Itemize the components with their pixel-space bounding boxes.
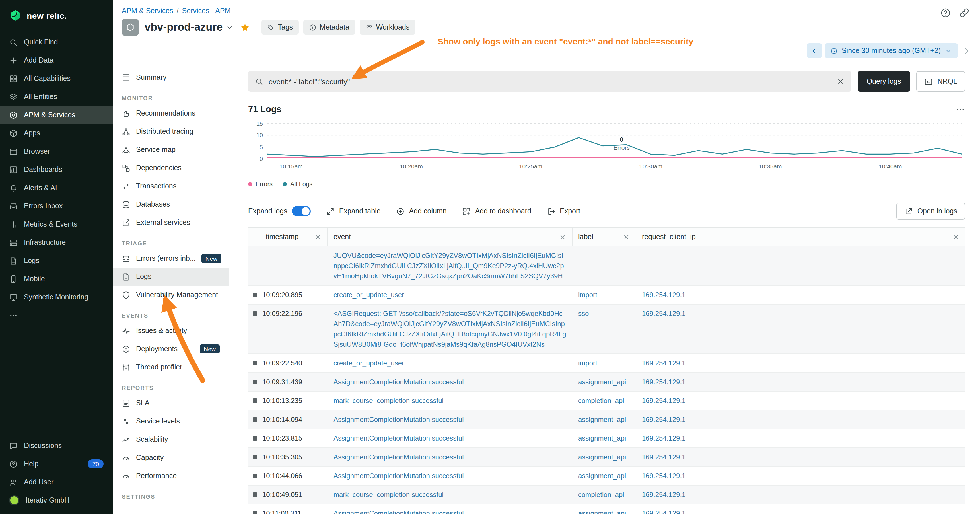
- entity-nav-item-distributed-tracing[interactable]: Distributed tracing: [113, 123, 229, 141]
- entity-nav-item-sla[interactable]: SLA: [113, 394, 229, 412]
- log-label-link[interactable]: import: [578, 291, 597, 299]
- column-header-request-client-ip[interactable]: request_client_ip: [636, 228, 965, 246]
- entity-nav-item-thread-profiler[interactable]: Thread profiler: [113, 358, 229, 376]
- global-nav-item-metrics-events[interactable]: Metrics & Events: [0, 215, 113, 233]
- time-picker-button[interactable]: Since 30 minutes ago (GMT+2): [825, 43, 958, 58]
- entity-nav-item-external-services[interactable]: External services: [113, 213, 229, 232]
- column-header-event[interactable]: event: [328, 228, 573, 246]
- add-to-dashboard-button[interactable]: Add to dashboard: [462, 207, 531, 215]
- log-label-link[interactable]: assignment_api: [578, 453, 626, 461]
- log-event-link[interactable]: <ASGIRequest: GET '/sso/callback/?state=…: [334, 310, 566, 349]
- global-nav-item-all-capabilities[interactable]: All Capabilities: [0, 70, 113, 88]
- log-event-link[interactable]: AssignmentCompletionMutation successful: [334, 415, 464, 423]
- log-label-link[interactable]: assignment_api: [578, 415, 626, 423]
- entity-nav-item-errors-errors-inb[interactable]: Errors (errors inb...New: [113, 249, 229, 267]
- remove-column-icon[interactable]: [559, 233, 566, 240]
- log-label-link[interactable]: import: [578, 359, 597, 367]
- time-back-button[interactable]: [807, 43, 822, 58]
- expand-logs-toggle[interactable]: [292, 206, 311, 216]
- log-row[interactable]: 10:09:20.895create_or_update_userimport1…: [248, 286, 965, 304]
- log-row[interactable]: 10:09:31.439AssignmentCompletionMutation…: [248, 373, 965, 391]
- workloads-button[interactable]: Workloads: [360, 20, 415, 35]
- log-event-link[interactable]: AssignmentCompletionMutation successful: [334, 453, 464, 461]
- remove-column-icon[interactable]: [623, 233, 630, 240]
- log-ip-link[interactable]: 169.254.129.1: [642, 359, 686, 367]
- tags-button[interactable]: Tags: [261, 20, 299, 35]
- log-row[interactable]: 10:10:13.235mark_course_completion succe…: [248, 391, 965, 411]
- help-circle-icon[interactable]: [940, 7, 951, 18]
- log-event-link[interactable]: AssignmentCompletionMutation successful: [334, 434, 464, 442]
- entity-nav-item-transactions[interactable]: Transactions: [113, 177, 229, 195]
- favorite-star-icon[interactable]: [240, 22, 250, 32]
- legend-all-logs[interactable]: All Logs: [283, 180, 312, 187]
- log-event-link[interactable]: AssignmentCompletionMutation successful: [334, 472, 464, 480]
- log-label-link[interactable]: assignment_api: [578, 509, 626, 514]
- metadata-button[interactable]: Metadata: [303, 20, 355, 35]
- log-ip-link[interactable]: 169.254.129.1: [642, 491, 686, 499]
- global-nav-item-infrastructure[interactable]: Infrastructure: [0, 233, 113, 251]
- remove-column-icon[interactable]: [952, 233, 959, 240]
- global-nav-item-alerts-ai[interactable]: Alerts & AI: [0, 179, 113, 197]
- logs-query-input[interactable]: event:* -"label":"security": [248, 71, 851, 92]
- log-row[interactable]: 10:10:23.815AssignmentCompletionMutation…: [248, 429, 965, 448]
- export-button[interactable]: Export: [547, 207, 580, 215]
- global-nav-item-help[interactable]: Help70: [0, 455, 113, 473]
- log-event-link[interactable]: AssignmentCompletionMutation successful: [334, 509, 464, 514]
- log-label-link[interactable]: assignment_api: [578, 472, 626, 480]
- log-ip-link[interactable]: 169.254.129.1: [642, 378, 686, 386]
- global-nav-item-apm-services[interactable]: APM & Services: [0, 106, 113, 124]
- log-row[interactable]: JUQVU&code=eyJraWQiOiJjcGltY29yZV8wOTIxM…: [248, 247, 965, 286]
- entity-nav-item-performance[interactable]: Performance: [113, 467, 229, 485]
- newrelic-logo[interactable]: new relic.: [0, 0, 113, 31]
- log-event-link[interactable]: JUQVU&code=eyJraWQiOiJjcGltY29yZV8wOTIxM…: [334, 251, 564, 280]
- log-row[interactable]: 10:10:49.051mark_course_completion succe…: [248, 485, 965, 504]
- entity-nav-item-vulnerability-management[interactable]: Vulnerability Management: [113, 286, 229, 304]
- global-nav-item-mobile[interactable]: Mobile: [0, 270, 113, 288]
- query-logs-button[interactable]: Query logs: [858, 71, 910, 92]
- global-nav-item-synthetic-monitoring[interactable]: Synthetic Monitoring: [0, 288, 113, 306]
- nrql-button[interactable]: NRQL: [916, 71, 965, 92]
- log-row[interactable]: 10:11:00.311AssignmentCompletionMutation…: [248, 504, 965, 514]
- entity-nav-item-dependencies[interactable]: Dependencies: [113, 159, 229, 177]
- open-in-logs-button[interactable]: Open in logs: [896, 203, 965, 220]
- breadcrumb-services-apm[interactable]: Services - APM: [182, 7, 231, 15]
- global-nav-item-errors-inbox[interactable]: Errors Inbox: [0, 197, 113, 215]
- entity-nav-item-databases[interactable]: Databases: [113, 195, 229, 213]
- time-forward-button[interactable]: [963, 46, 971, 55]
- permalink-icon[interactable]: [959, 7, 970, 18]
- global-nav-item-discussions[interactable]: Discussions: [0, 437, 113, 455]
- column-header-timestamp[interactable]: timestamp: [248, 228, 328, 246]
- global-nav-item-add-data[interactable]: Add Data: [0, 51, 113, 70]
- log-ip-link[interactable]: 169.254.129.1: [642, 472, 686, 480]
- global-nav-item-iterativ-gmbh[interactable]: Iterativ GmbH: [0, 491, 113, 509]
- entity-nav-item-logs[interactable]: Logs: [113, 267, 229, 286]
- legend-errors[interactable]: Errors: [248, 180, 273, 187]
- clear-query-icon[interactable]: [837, 77, 845, 85]
- log-ip-link[interactable]: 169.254.129.1: [642, 453, 686, 461]
- global-nav-item-browser[interactable]: Browser: [0, 142, 113, 161]
- entity-nav-item-issues-activity[interactable]: Issues & activity: [113, 321, 229, 340]
- breadcrumb-apm-services[interactable]: APM & Services: [122, 7, 173, 15]
- entity-nav-item-service-map[interactable]: Service map: [113, 141, 229, 159]
- log-ip-link[interactable]: 169.254.129.1: [642, 415, 686, 423]
- entity-switcher-chevron-icon[interactable]: [226, 24, 234, 31]
- log-event-link[interactable]: create_or_update_user: [334, 291, 404, 299]
- log-event-link[interactable]: mark_course_completion successful: [334, 397, 444, 405]
- log-label-link[interactable]: assignment_api: [578, 378, 626, 386]
- entity-nav-item-deployments[interactable]: DeploymentsNew: [113, 340, 229, 358]
- log-row[interactable]: 10:10:44.066AssignmentCompletionMutation…: [248, 467, 965, 485]
- global-nav-item-add-user[interactable]: Add User: [0, 473, 113, 491]
- global-nav-item-more[interactable]: [0, 306, 113, 325]
- log-label-link[interactable]: sso: [578, 310, 589, 318]
- log-row[interactable]: 10:09:22.196<ASGIRequest: GET '/sso/call…: [248, 304, 965, 354]
- log-ip-link[interactable]: 169.254.129.1: [642, 434, 686, 442]
- global-nav-item-apps[interactable]: Apps: [0, 124, 113, 142]
- more-options-icon[interactable]: [956, 105, 965, 114]
- log-row[interactable]: 10:09:22.540create_or_update_userimport1…: [248, 354, 965, 373]
- log-ip-link[interactable]: 169.254.129.1: [642, 291, 686, 299]
- expand-logs-control[interactable]: Expand logs: [248, 206, 311, 216]
- global-nav-item-quick-find[interactable]: Quick Find: [0, 33, 113, 51]
- log-ip-link[interactable]: 169.254.129.1: [642, 310, 686, 318]
- expand-table-button[interactable]: Expand table: [326, 207, 381, 215]
- log-row[interactable]: 10:10:14.094AssignmentCompletionMutation…: [248, 411, 965, 429]
